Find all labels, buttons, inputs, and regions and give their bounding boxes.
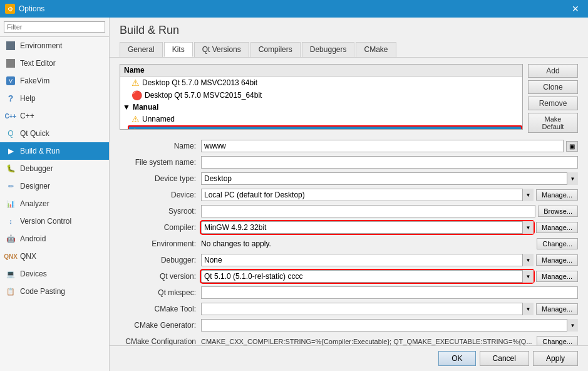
title-bar-title: Options <box>19 4 44 13</box>
device-select[interactable]: Local PC (default for Desktop) <box>201 189 534 201</box>
device-type-label: Device type: <box>120 174 201 183</box>
sidebar-item-android[interactable]: 🤖 Android <box>0 230 109 248</box>
cmake-tool-label: CMake Tool: <box>120 305 201 313</box>
clone-button[interactable]: Clone <box>528 80 578 94</box>
title-bar: ⚙ Options ✕ <box>0 0 588 18</box>
filter-input[interactable] <box>4 21 105 33</box>
sysroot-browse-button[interactable]: Browse... <box>538 206 578 217</box>
title-bar-icon: ⚙ <box>5 4 15 14</box>
sidebar-item-analyzer[interactable]: 📊 Analyzer <box>0 195 109 212</box>
compiler-manage-button[interactable]: Manage... <box>536 222 578 233</box>
tab-kits[interactable]: Kits <box>164 42 193 57</box>
debugger-label: Debugger: <box>120 256 201 264</box>
bottom-bar: OK Cancel Apply <box>110 345 588 371</box>
tab-qtversions[interactable]: Qt Versions <box>194 42 249 57</box>
device-label: Device: <box>120 191 201 199</box>
name-list-header: Name <box>120 65 522 76</box>
sidebar: Environment Text Editor V FakeVim ? Help… <box>0 18 110 371</box>
cancel-button[interactable]: Cancel <box>480 351 529 366</box>
name-label: Name: <box>120 142 201 150</box>
sidebar-item-qnx[interactable]: QNX QNX <box>0 248 109 265</box>
environment-label: Environment: <box>120 239 201 248</box>
name-monitor-button[interactable]: ▣ <box>566 141 578 152</box>
cmake-generator-select[interactable] <box>201 319 578 332</box>
device-manage-button[interactable]: Manage... <box>536 189 578 201</box>
sidebar-item-qtquick[interactable]: Q Qt Quick <box>0 125 109 142</box>
compiler-select[interactable]: MinGW 4.9.2 32bit <box>201 221 534 234</box>
tab-compilers[interactable]: Compilers <box>250 42 301 57</box>
sidebar-item-environment[interactable]: Environment <box>0 37 109 55</box>
qt-mkspec-label: Qt mkspec: <box>120 288 201 297</box>
list-item-manual-header: ▼ Manual <box>120 102 522 113</box>
apply-button[interactable]: Apply <box>533 351 578 366</box>
cmake-tool-select[interactable] <box>201 303 534 315</box>
sidebar-item-help[interactable]: ? Help <box>0 90 109 107</box>
sidebar-item-versioncontrol[interactable]: ↕ Version Control <box>0 212 109 230</box>
sidebar-item-designer[interactable]: ✏ Designer <box>0 177 109 195</box>
compiler-label: Compiler: <box>120 223 201 232</box>
sidebar-item-devices[interactable]: 💻 Devices <box>0 265 109 283</box>
sidebar-item-debugger[interactable]: 🐛 Debugger <box>0 160 109 177</box>
make-default-button[interactable]: Make Default <box>528 113 578 133</box>
sysroot-label: Sysroot: <box>120 207 201 216</box>
qt-mkspec-input[interactable] <box>201 286 578 299</box>
debugger-manage-button[interactable]: Manage... <box>536 254 578 266</box>
environment-value: No changes to apply. <box>201 239 534 248</box>
cmake-config-value: CMAKE_CXX_COMPILER:STRING=%{Compiler:Exe… <box>201 338 534 345</box>
qt-version-manage-button[interactable]: Manage... <box>536 271 578 282</box>
ok-button[interactable]: OK <box>438 351 475 366</box>
list-item-auto1[interactable]: ⚠ Desktop Qt 5.7.0 MSVC2013 64bit <box>128 76 522 89</box>
tab-debuggers[interactable]: Debuggers <box>302 42 355 57</box>
list-item-auto2[interactable]: 🔴 Desktop Qt 5.7.0 MSVC2015_64bit <box>128 89 522 102</box>
sidebar-item-buildrun[interactable]: ▶ Build & Run <box>0 142 109 160</box>
name-input[interactable] <box>201 140 564 152</box>
filesystem-label: File system name: <box>120 158 201 167</box>
sidebar-item-texteditor[interactable]: Text Editor <box>0 55 109 72</box>
cmake-generator-label: CMake Generator: <box>120 321 201 330</box>
filesystem-input[interactable] <box>201 156 578 169</box>
sysroot-input[interactable] <box>201 205 535 217</box>
cmake-tool-manage-button[interactable]: Manage... <box>536 303 578 315</box>
tab-cmake[interactable]: CMake <box>356 42 396 57</box>
cmake-config-change-button[interactable]: Change... <box>537 336 578 345</box>
remove-button[interactable]: Remove <box>528 97 578 110</box>
qt-version-label: Qt version: <box>120 272 201 281</box>
sidebar-item-cpp[interactable]: C++ C++ <box>0 107 109 125</box>
sidebar-item-codepasting[interactable]: 📋 Code Pasting <box>0 283 109 300</box>
qt-version-select[interactable]: Qt 5.1.0 (5.1.0-rel-static) cccc <box>201 270 534 283</box>
debugger-select[interactable]: None <box>201 254 534 266</box>
close-button[interactable]: ✕ <box>568 3 583 15</box>
list-item-wwww[interactable]: ⚠ wwww <box>128 125 522 130</box>
add-button[interactable]: Add <box>528 64 578 78</box>
page-title: Build & Run <box>120 24 578 37</box>
tab-general[interactable]: General <box>120 42 163 57</box>
environment-change-button[interactable]: Change... <box>537 238 578 249</box>
list-item-unnamed[interactable]: ⚠ Unnamed <box>128 113 522 125</box>
device-type-select[interactable]: Desktop <box>201 172 578 185</box>
cmake-config-label: CMake Configuration <box>120 337 201 345</box>
sidebar-item-fakevim[interactable]: V FakeVim <box>0 72 109 90</box>
